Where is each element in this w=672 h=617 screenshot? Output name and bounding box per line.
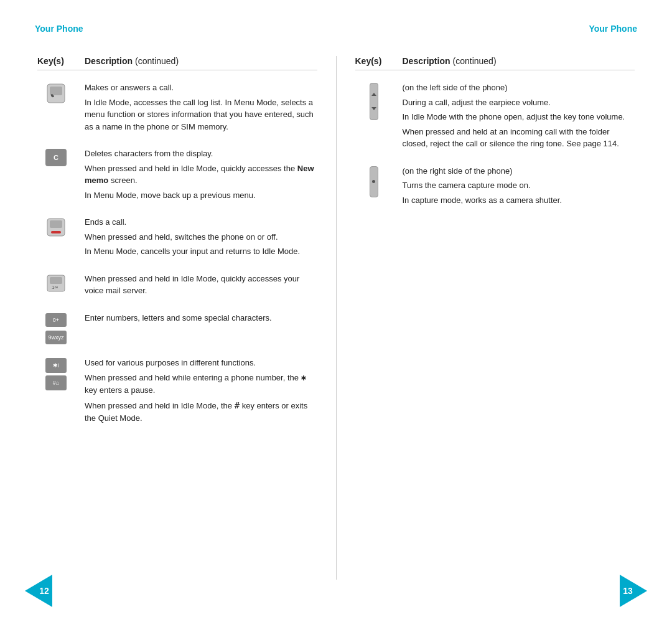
voicemail-icon: 1∞ [37, 273, 75, 293]
phone-call-icon [37, 82, 75, 104]
bold-text: New memo [85, 164, 314, 186]
page-number-left: 12 [25, 577, 56, 605]
camera-key-shape [370, 166, 378, 197]
table-row: (on the left side of the phone) During a… [355, 82, 635, 153]
star-key-shape: ✱i [45, 358, 67, 373]
table-row: 1∞ When pressed and held in Idle Mode, q… [37, 273, 317, 299]
volume-key-shape [370, 83, 378, 120]
main-layout: Key(s) Description (continued) Makes or … [25, 56, 647, 580]
left-desc-continued: (continued) [135, 56, 179, 66]
desc-text: Enter numbers, letters and some special … [85, 312, 317, 324]
numpad-icon: 0+ 9wxyz [37, 312, 75, 344]
left-desc-label: Description [85, 56, 133, 66]
desc-text: When pressed and held while entering a p… [85, 371, 317, 397]
right-desc-label: Description [403, 56, 450, 66]
func-keys-group: ✱i #⌂ [45, 358, 67, 390]
right-desc-continued: (continued) [453, 56, 497, 66]
camera-side-icon [355, 165, 393, 197]
desc-text: Ends a call. [85, 216, 317, 228]
desc-text: Turns the camera capture mode on. [403, 179, 635, 192]
camera-side-desc: (on the right side of the phone) Turns t… [403, 165, 635, 209]
volume-down-arrow [371, 107, 376, 110]
desc-text: When pressed and held in Idle Mode, quic… [85, 273, 317, 297]
end-call-icon [37, 216, 75, 237]
desc-text: In capture mode, works as a camera shutt… [403, 194, 635, 207]
desc-text: In Menu Mode, move back up a previous me… [85, 189, 317, 202]
volume-side-desc: (on the left side of the phone) During a… [403, 82, 635, 153]
svg-rect-4 [51, 231, 61, 233]
desc-text: (on the left side of the phone) [403, 82, 635, 94]
left-col-header: Key(s) Description (continued) [37, 56, 317, 70]
left-key-label: Key(s) [37, 56, 75, 66]
camera-dot [372, 180, 375, 183]
header-right: Your Phone [589, 24, 637, 34]
end-call-svg [45, 217, 67, 237]
desc-text: Used for various purposes in different f… [85, 357, 317, 369]
table-row: 0+ 9wxyz Enter numbers, letters and some… [37, 312, 317, 344]
table-row: C Deletes characters from the display. W… [37, 148, 317, 204]
header-left: Your Phone [35, 24, 83, 34]
desc-text: Deletes characters from the display. [85, 148, 317, 160]
desc-text: When pressed and held in Idle Mode, quic… [85, 162, 317, 187]
table-row: Ends a call. When pressed and held, swit… [37, 216, 317, 260]
star-symbol: ✱ [301, 372, 306, 382]
page-num-left-text: 12 [39, 586, 49, 596]
numpad-shape: 0+ 9wxyz [45, 313, 67, 344]
svg-text:1∞: 1∞ [52, 285, 58, 290]
table-row: (on the right side of the phone) Turns t… [355, 165, 635, 209]
volume-side-icon [355, 82, 393, 120]
hash-symbol: # [235, 400, 240, 410]
c-key-shape: C [45, 149, 67, 166]
svg-rect-3 [50, 220, 62, 228]
volume-up-arrow [371, 93, 376, 96]
desc-text: In Idle Mode, accesses the call log list… [85, 97, 317, 133]
svg-rect-6 [50, 277, 62, 284]
page-num-right-text: 13 [623, 586, 633, 596]
right-key-label: Key(s) [355, 56, 393, 66]
desc-text: During a call, adjust the earpiece volum… [403, 97, 635, 109]
table-row: Makes or answers a call. In Idle Mode, a… [37, 82, 317, 135]
hash-key-shape: #⌂ [45, 375, 67, 390]
table-row: ✱i #⌂ Used for various purposes in diffe… [37, 357, 317, 427]
desc-text: When pressed and held at an incoming cal… [403, 126, 635, 150]
voicemail-desc: When pressed and held in Idle Mode, quic… [85, 273, 317, 299]
right-col-header: Key(s) Description (continued) [355, 56, 635, 70]
c-key-icon: C [37, 148, 75, 166]
end-call-desc: Ends a call. When pressed and held, swit… [85, 216, 317, 260]
desc-text: When pressed and held, switches the phon… [85, 231, 317, 243]
voicemail-svg: 1∞ [45, 274, 67, 293]
desc-text: Makes or answers a call. [85, 82, 317, 94]
c-key-desc: Deletes characters from the display. Whe… [85, 148, 317, 204]
desc-text: When pressed and held in Idle Mode, the … [85, 399, 317, 425]
desc-text: In Idle Mode with the phone open, adjust… [403, 111, 635, 123]
func-keys-icon: ✱i #⌂ [37, 357, 75, 390]
svg-rect-1 [50, 87, 62, 95]
column-divider [336, 56, 337, 580]
numpad-key-0: 0+ [45, 313, 67, 327]
page-number-right: 13 [616, 577, 647, 605]
desc-text: (on the right side of the phone) [403, 165, 635, 177]
desc-text: In Menu Mode, cancells your input and re… [85, 245, 317, 258]
numpad-key-9: 9wxyz [45, 331, 67, 344]
left-column: Key(s) Description (continued) Makes or … [25, 56, 330, 580]
numpad-desc: Enter numbers, letters and some special … [85, 312, 317, 327]
phone-call-desc: Makes or answers a call. In Idle Mode, a… [85, 82, 317, 135]
func-keys-desc: Used for various purposes in different f… [85, 357, 317, 427]
right-column: Key(s) Description (continued) (on the l… [343, 56, 648, 580]
